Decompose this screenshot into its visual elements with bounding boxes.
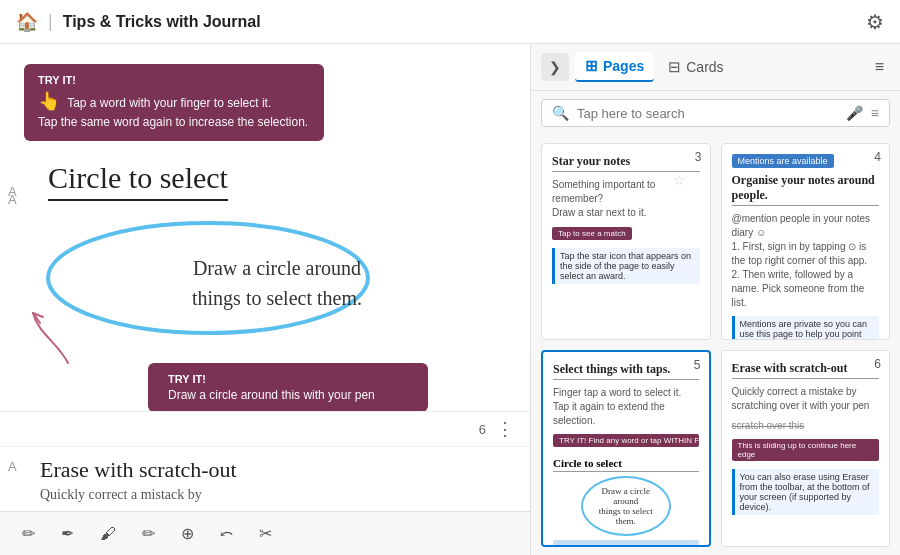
try-it-text-2: Draw a circle around this with your pen [168,388,408,402]
page-card-5[interactable]: 5 Select things with taps. Finger tap a … [541,350,711,547]
page-card-6[interactable]: 6 Erase with scratch-out Quickly correct… [721,350,891,547]
sort-icon[interactable]: ≡ [869,54,890,80]
brush-btn[interactable]: 🖌 [94,521,122,547]
try-it-banner-1: TRY IT! 👆 Tap a word with your finger to… [24,64,324,141]
home-icon[interactable]: 🏠 [16,11,38,33]
journal-page-bottom: A Erase with scratch-out Quickly correct… [0,446,530,511]
page-card-5-circle-heading: Circle to select [553,457,699,472]
pages-grid: 3 Star your notes ☆ Something important … [531,135,900,555]
page-card-4-number: 4 [874,150,881,164]
search-input[interactable] [577,106,838,121]
tab-cards[interactable]: ⊟ Cards [658,53,733,81]
page-card-6-banner: You can also erase using Eraser from the… [732,469,880,515]
toolbar: ✏ ✒ 🖌 ✏ ⊕ ⤺ ✂ [0,511,530,555]
page-card-3-tag: Tap to see a match [552,227,632,240]
journal-panel: A TRY IT! 👆 Tap a word with your finger … [0,44,530,555]
try-it-label-2: TRY IT! [168,373,408,385]
sidebar-header: ❯ ⊞ Pages ⊟ Cards ≡ [531,44,900,91]
margin-indicator-2: A [8,192,17,207]
page-card-6-number: 6 [874,357,881,371]
insert-btn[interactable]: ⊕ [175,520,200,547]
cards-tab-label: Cards [686,59,723,75]
header-title: Tips & Tricks with Journal [63,13,261,31]
page-card-4-text: @mention people in your notes diary ☺ 1.… [732,212,880,310]
page-card-3-title: Star your notes [552,154,700,172]
tab-pages[interactable]: ⊞ Pages [575,52,654,82]
page-card-6-title: Erase with scratch-out [732,361,880,379]
page-card-5-banner: TRY IT!Draw a circle around this with yo… [553,540,699,547]
page-card-5-number: 5 [694,358,701,372]
circle-text: Draw a circle around things to select th… [48,223,506,343]
collapse-button[interactable]: ❯ [541,53,569,81]
try-it-banner-2: TRY IT! Draw a circle around this with y… [148,363,428,411]
page-card-5-text: Finger tap a word to select it.Tap it ag… [553,386,699,428]
star-icon: ☆ [673,172,686,188]
cards-tab-icon: ⊟ [668,58,681,76]
search-icon: 🔍 [552,105,569,121]
journal-page-1: A TRY IT! 👆 Tap a word with your finger … [0,44,530,411]
page-card-5-tag: TRY IT! Find any word or tap WITHIN FIND… [553,434,699,447]
main-layout: A TRY IT! 👆 Tap a word with your finger … [0,44,900,555]
pages-tab-icon: ⊞ [585,57,598,75]
page-card-4-banner: Mentions are private so you can use this… [732,316,880,340]
filter-icon[interactable]: ≡ [871,105,879,121]
mic-icon[interactable]: 🎤 [846,105,863,121]
page-card-3-number: 3 [695,150,702,164]
sidebar: ❯ ⊞ Pages ⊟ Cards ≡ 🔍 🎤 ≡ [530,44,900,555]
pencil-btn[interactable]: ✏ [16,520,41,547]
circle-area: Draw a circle around things to select th… [48,223,506,343]
page-card-6-text: Quickly correct a mistake by scratching … [732,385,880,413]
page-card-3[interactable]: 3 Star your notes ☆ Something important … [541,143,711,340]
separator: | [48,11,53,32]
page-card-6-tag: This is sliding up to continue here edge [732,439,880,461]
try-it-2-container: TRY IT! Draw a circle around this with y… [48,363,506,411]
search-bar: 🔍 🎤 ≡ [541,99,890,127]
try-it-label-1: TRY IT! [38,74,310,86]
undo-btn[interactable]: ⤺ [214,520,239,547]
highlighter-btn[interactable]: ✏ [136,520,161,547]
page-card-5-mini-circle: Draw a circle aroundthings to select the… [581,476,671,536]
page-card-4-header: Mentions are available [732,154,834,168]
more-options-icon[interactable]: ⋮ [496,418,514,440]
pages-tab-label: Pages [603,58,644,74]
bottom-heading: Erase with scratch-out [40,457,506,483]
page-heading: Circle to select [48,161,228,201]
page-card-3-banner: Tap the star icon that appears on the si… [552,248,700,284]
try-it-text-1: 👆 Tap a word with your finger to select … [38,89,310,131]
page-card-5-title: Select things with taps. [553,362,699,380]
header: 🏠 | Tips & Tricks with Journal ⚙ [0,0,900,44]
scissors-btn[interactable]: ✂ [253,520,278,547]
tabs-container: ⊞ Pages ⊟ Cards [575,52,863,82]
margin-indicator-3: A [8,459,17,474]
page-number: 6 [479,422,486,437]
page-card-6-scratch: scratch over this [732,419,880,433]
page-card-4-title: Organise your notes around people. [732,173,880,206]
bottom-subtext: Quickly correct a mistack by [40,487,506,503]
page-card-4[interactable]: 4 Mentions are available Organise your n… [721,143,891,340]
pen-btn[interactable]: ✒ [55,520,80,547]
hand-icon: 👆 [38,91,60,111]
gear-icon[interactable]: ⚙ [866,10,884,34]
page-footer: 6 ⋮ [0,411,530,446]
